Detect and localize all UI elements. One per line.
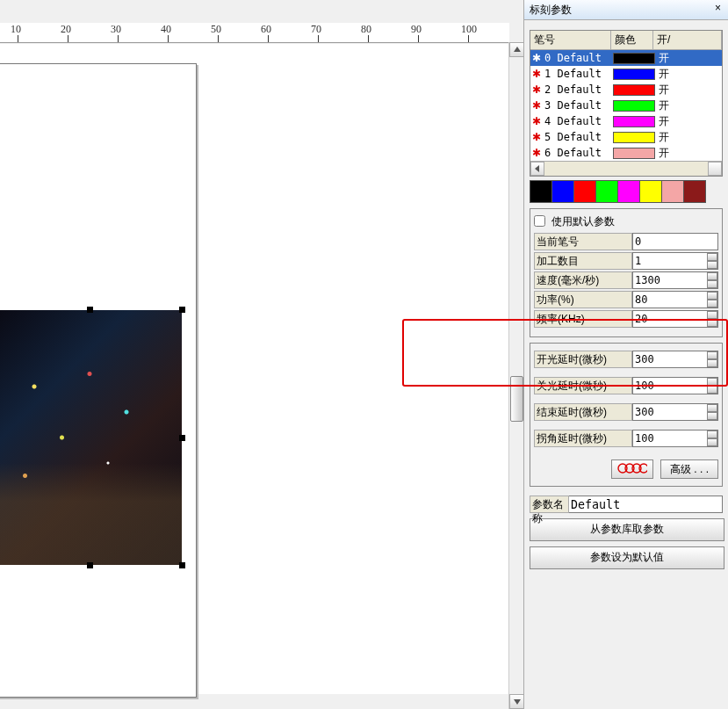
param-row: 功率(%) bbox=[534, 291, 718, 308]
color-strip bbox=[530, 180, 723, 203]
spinner[interactable] bbox=[707, 292, 717, 307]
use-default-checkbox[interactable] bbox=[534, 215, 545, 227]
marking-params-panel: 标刻参数 × 笔号 颜色 开/ ✱0 Default开✱1 Default开✱2… bbox=[523, 0, 728, 709]
color-swatch[interactable] bbox=[573, 180, 596, 203]
resize-handle-br[interactable] bbox=[179, 562, 185, 568]
scroll-left-icon[interactable] bbox=[535, 165, 539, 172]
pen-name: 3 Default bbox=[543, 99, 613, 112]
close-panel-button[interactable]: × bbox=[711, 2, 724, 15]
pen-table-header: 笔号 颜色 开/ bbox=[530, 31, 722, 50]
param-input[interactable] bbox=[632, 291, 718, 308]
pen-table: 笔号 颜色 开/ ✱0 Default开✱1 Default开✱2 Defaul… bbox=[530, 30, 723, 177]
param-input[interactable] bbox=[632, 233, 718, 250]
param-name-label: 参数名称 bbox=[530, 496, 569, 513]
resize-handle-bm[interactable] bbox=[87, 562, 93, 568]
use-default-row: 使用默认参数 bbox=[534, 214, 718, 229]
panel-titlebar: 标刻参数 × bbox=[524, 0, 728, 20]
pen-on: 开 bbox=[655, 114, 722, 129]
pen-star-icon: ✱ bbox=[530, 99, 543, 112]
color-swatch[interactable] bbox=[639, 180, 662, 203]
scroll-right-icon[interactable] bbox=[713, 165, 717, 172]
scroll-down-icon[interactable] bbox=[514, 699, 521, 705]
param-name-input[interactable] bbox=[569, 496, 723, 513]
pen-row[interactable]: ✱6 Default开 bbox=[530, 145, 722, 161]
pen-star-icon: ✱ bbox=[530, 115, 543, 127]
scroll-thumb[interactable] bbox=[510, 376, 523, 422]
advanced-button[interactable]: 高级 . . . bbox=[660, 459, 718, 479]
col-color[interactable]: 颜色 bbox=[611, 31, 653, 49]
col-on[interactable]: 开/ bbox=[653, 31, 722, 49]
pen-star-icon: ✱ bbox=[530, 147, 543, 159]
spinner[interactable] bbox=[707, 378, 717, 394]
param-input[interactable] bbox=[632, 252, 718, 270]
color-swatch[interactable] bbox=[551, 180, 574, 203]
button-row: 高级 . . . bbox=[534, 459, 718, 479]
pen-rows: ✱0 Default开✱1 Default开✱2 Default开✱3 Defa… bbox=[530, 50, 722, 161]
col-pen[interactable]: 笔号 bbox=[530, 31, 611, 49]
spinner[interactable] bbox=[707, 430, 717, 446]
load-from-lib-button[interactable]: 从参数库取参数 bbox=[530, 518, 724, 541]
delay-input[interactable] bbox=[632, 430, 718, 447]
page bbox=[0, 63, 197, 698]
param-row: 频率(KHz) bbox=[534, 310, 718, 328]
pen-h-scrollbar[interactable] bbox=[530, 161, 722, 176]
rings-button[interactable] bbox=[611, 459, 653, 479]
resize-handle-tm[interactable] bbox=[87, 307, 93, 313]
spinner[interactable] bbox=[707, 253, 717, 269]
save-as-default-button[interactable]: 参数设为默认值 bbox=[530, 546, 724, 569]
param-input[interactable] bbox=[632, 271, 718, 289]
param-row: 速度(毫米/秒) bbox=[534, 271, 718, 289]
param-label: 功率(%) bbox=[534, 291, 632, 308]
pen-color-swatch bbox=[613, 69, 655, 80]
spinner[interactable] bbox=[707, 272, 717, 288]
spinner[interactable] bbox=[707, 404, 717, 420]
pen-on: 开 bbox=[655, 130, 722, 145]
color-swatch[interactable] bbox=[683, 180, 706, 203]
delay-input[interactable] bbox=[632, 403, 718, 421]
param-label: 速度(毫米/秒) bbox=[534, 271, 632, 289]
pen-name: 5 Default bbox=[543, 131, 613, 143]
pen-color-swatch bbox=[613, 53, 655, 64]
pen-row[interactable]: ✱5 Default开 bbox=[530, 129, 722, 145]
delay-row: 关光延时(微秒) bbox=[534, 377, 718, 394]
delay-label: 结束延时(微秒) bbox=[534, 403, 632, 421]
param-group-delay: 开光延时(微秒)关光延时(微秒)结束延时(微秒)拐角延时(微秒) 高级 . . … bbox=[530, 343, 723, 487]
delay-row: 开光延时(微秒) bbox=[534, 351, 718, 368]
delay-row: 拐角延时(微秒) bbox=[534, 430, 718, 447]
pen-row[interactable]: ✱0 Default开 bbox=[530, 50, 722, 66]
delay-input[interactable] bbox=[632, 351, 718, 368]
canvas[interactable] bbox=[0, 44, 509, 694]
pen-color-swatch bbox=[613, 132, 655, 143]
spinner[interactable] bbox=[707, 351, 717, 367]
color-swatch[interactable] bbox=[617, 180, 640, 203]
image-placeholder bbox=[0, 310, 182, 565]
resize-handle-mr[interactable] bbox=[179, 435, 185, 441]
delay-label: 开光延时(微秒) bbox=[534, 351, 632, 368]
color-swatch[interactable] bbox=[595, 180, 618, 203]
vertical-scrollbar[interactable] bbox=[508, 42, 524, 709]
selected-image[interactable] bbox=[0, 310, 182, 565]
pen-row[interactable]: ✱2 Default开 bbox=[530, 82, 722, 98]
delay-input[interactable] bbox=[632, 377, 718, 394]
pen-name: 2 Default bbox=[543, 83, 613, 96]
param-group-main: 使用默认参数 当前笔号加工数目速度(毫米/秒)功率(%)频率(KHz) bbox=[530, 208, 723, 337]
pen-star-icon: ✱ bbox=[530, 83, 543, 96]
pen-on: 开 bbox=[655, 67, 722, 82]
param-input[interactable] bbox=[632, 310, 718, 328]
pen-color-swatch bbox=[613, 100, 655, 112]
rings-icon bbox=[617, 462, 647, 474]
pen-star-icon: ✱ bbox=[530, 131, 543, 143]
pen-row[interactable]: ✱1 Default开 bbox=[530, 66, 722, 82]
resize-handle-tr[interactable] bbox=[179, 307, 185, 313]
pen-row[interactable]: ✱3 Default开 bbox=[530, 98, 722, 113]
pen-color-swatch bbox=[613, 116, 655, 127]
param-name-row: 参数名称 bbox=[530, 496, 723, 513]
pen-on: 开 bbox=[655, 83, 722, 98]
color-swatch[interactable] bbox=[661, 180, 684, 203]
scroll-up-icon[interactable] bbox=[514, 47, 521, 52]
pen-row[interactable]: ✱4 Default开 bbox=[530, 113, 722, 129]
spinner[interactable] bbox=[707, 311, 717, 327]
delay-row: 结束延时(微秒) bbox=[534, 403, 718, 421]
color-swatch[interactable] bbox=[530, 180, 552, 203]
pen-star-icon: ✱ bbox=[530, 52, 543, 64]
